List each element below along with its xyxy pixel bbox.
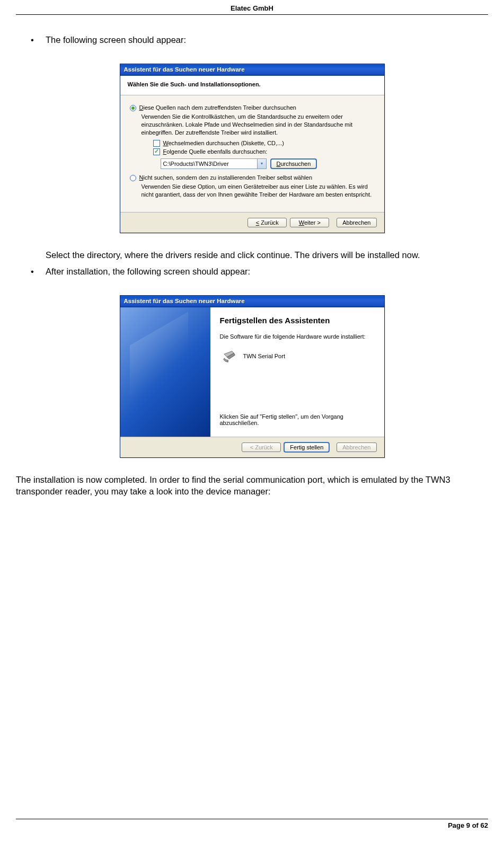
wizard-finish-title: Fertigstellen des Assistenten (220, 316, 375, 325)
browse-button[interactable]: Durchsuchen (271, 159, 317, 169)
titlebar[interactable]: Assistent für das Suchen neuer Hardware (120, 296, 384, 307)
wizard-footer: < Zurück Fertig stellen Abbrechen (120, 437, 384, 457)
radio-search-sources-desc: Verwenden Sie die Kontrollkästchen, um d… (142, 113, 375, 137)
checkbox-removable-media-label: Wechselmedien durchsuchen (Diskette, CD,… (163, 140, 284, 146)
checkbox-removable-media[interactable] (153, 140, 160, 147)
page-header: Elatec GmbH (16, 0, 488, 15)
path-combo[interactable]: C:\Products\TWN3\Driver ▾ (161, 158, 267, 169)
bullet-item: • After installation, the following scre… (31, 265, 488, 277)
page-footer: Page 9 of 62 (16, 819, 488, 829)
radio-dont-search-label: Nicht suchen, sondern den zu installiere… (139, 174, 313, 181)
radio-dont-search[interactable] (130, 175, 136, 181)
wizard-finish-instruction: Klicken Sie auf "Fertig stellen", um den… (220, 413, 375, 426)
finish-button[interactable]: Fertig stellen (284, 442, 329, 452)
wizard-header-text: Wählen Sie die Such- und Installationsop… (128, 81, 377, 87)
instruction-text: Select the directory, where the drivers … (46, 249, 488, 261)
cancel-button: Abbrechen (337, 442, 376, 452)
radio-search-sources[interactable] (130, 105, 136, 111)
next-button[interactable]: Weiter > (290, 218, 329, 227)
wizard-dialog-finish: Assistent für das Suchen neuer Hardware … (120, 295, 385, 458)
device-name: TWN Serial Port (243, 353, 285, 359)
back-button: < Zurück (242, 442, 281, 452)
bullet-dot-icon: • (31, 34, 46, 46)
checkbox-include-location-label: Folgende Quelle ebenfalls durchsuchen: (163, 148, 268, 155)
titlebar[interactable]: Assistent für das Suchen neuer Hardware (120, 64, 384, 76)
wizard-dialog-search-options: Assistent für das Suchen neuer Hardware … (120, 64, 385, 233)
bullet-dot-icon: • (31, 265, 46, 277)
wizard-installed-text: Die Software für die folgende Hardware w… (220, 333, 375, 340)
serial-port-icon (222, 349, 238, 363)
bullet-text: After installation, the following screen… (46, 265, 488, 277)
cancel-button[interactable]: Abbrechen (337, 218, 376, 227)
bullet-text: The following screen should appear: (46, 34, 488, 46)
chevron-down-icon[interactable]: ▾ (257, 159, 266, 169)
radio-dont-search-desc: Verwenden Sie diese Option, um einen Ger… (142, 183, 375, 199)
back-button[interactable]: < Zurück (247, 218, 287, 227)
checkbox-include-location[interactable] (153, 148, 160, 155)
closing-paragraph: The installation is now completed. In or… (16, 474, 488, 498)
device-row: TWN Serial Port (222, 349, 375, 363)
wizard-sidebar-image (120, 307, 210, 437)
radio-search-sources-label: Diese Quellen nach dem zutreffendsten Tr… (139, 104, 296, 111)
bullet-item: • The following screen should appear: (31, 34, 488, 46)
wizard-header: Wählen Sie die Such- und Installationsop… (120, 76, 384, 95)
wizard-footer: < Zurück Weiter > Abbrechen (120, 212, 384, 233)
path-combo-value: C:\Products\TWN3\Driver (163, 161, 229, 167)
